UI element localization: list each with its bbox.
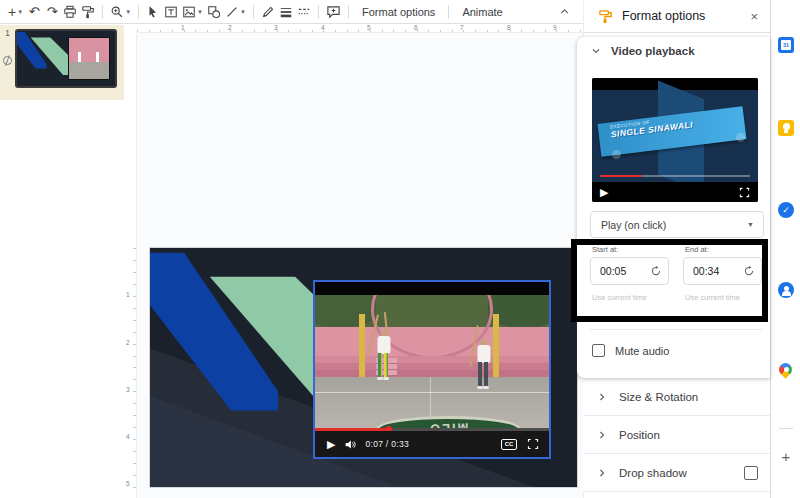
add-comment-button[interactable] (324, 2, 343, 22)
maps-icon[interactable] (778, 362, 794, 378)
preview-play-button[interactable]: ▶ (600, 186, 608, 199)
border-color-button[interactable] (259, 2, 277, 22)
panel-title: Format options (622, 9, 705, 23)
video-controls-bar: ▶ 0:07 / 0:33 CC (315, 431, 549, 457)
fullscreen-button[interactable] (527, 438, 539, 450)
select-tool-button[interactable] (144, 2, 162, 22)
slide-editor[interactable]: MILO ▶ 0:0 (150, 248, 577, 487)
video-title-bar (315, 282, 549, 295)
animate-toolbar-button[interactable]: Animate (454, 6, 510, 18)
paint-format-button[interactable] (79, 2, 97, 22)
text-box-icon (164, 5, 178, 19)
mute-audio-row: Mute audio (592, 344, 669, 357)
keep-icon[interactable] (778, 120, 794, 136)
chevron-right-icon (596, 391, 608, 403)
new-slide-button[interactable]: +▼ (6, 2, 25, 22)
border-weight-button[interactable] (277, 2, 295, 22)
border-dash-icon (297, 5, 311, 19)
border-dash-button[interactable] (295, 2, 313, 22)
start-at-input[interactable] (600, 265, 642, 277)
slide-number: 1 (5, 28, 10, 38)
person-right (476, 339, 491, 387)
section-drop-shadow[interactable]: Drop shadow (583, 454, 770, 492)
slide-thumbnail[interactable] (15, 29, 117, 88)
section-label: Position (619, 429, 660, 441)
new-slide-caret-icon[interactable]: ▼ (17, 9, 23, 15)
end-at-label: End at: (685, 245, 709, 254)
text-box-button[interactable] (162, 2, 180, 22)
redo-button[interactable]: ↷ (43, 2, 61, 22)
start-reset-button[interactable] (650, 265, 662, 277)
panel-header: Format options × (584, 0, 770, 33)
embedded-video-player[interactable]: MILO ▶ 0:0 (313, 280, 551, 459)
format-options-toolbar-button[interactable]: Format options (354, 6, 443, 18)
video-playback-section-header[interactable]: Video playback (590, 45, 695, 57)
end-use-current-time-link[interactable]: Use current time (685, 293, 740, 302)
fullscreen-icon (527, 438, 539, 450)
section-position[interactable]: Position (583, 416, 770, 454)
mute-audio-label: Mute audio (615, 345, 669, 357)
print-icon (63, 5, 77, 19)
tasks-icon[interactable]: ✓ (778, 202, 794, 218)
close-panel-button[interactable]: × (750, 9, 758, 24)
insert-shape-button[interactable] (205, 2, 223, 22)
section-size-rotation[interactable]: Size & Rotation (583, 378, 770, 416)
toolbar-separator (348, 5, 349, 19)
section-label: Size & Rotation (619, 391, 698, 403)
google-slides-window: +▼ ↶ ↷ ▼ ▼ ▼ (0, 0, 800, 498)
slide-filmstrip: 1 (0, 24, 124, 498)
drop-shadow-checkbox[interactable] (744, 466, 758, 480)
preview-fullscreen-button[interactable] (739, 187, 750, 198)
image-icon (182, 5, 196, 19)
video-preview-player[interactable]: EXECUTION OF SINGLE SINAWALI ▶ (592, 78, 758, 202)
image-caret-icon[interactable]: ▼ (197, 9, 203, 15)
paint-format-icon (81, 5, 95, 19)
thumb-video (68, 37, 110, 80)
zoom-caret-icon[interactable]: ▼ (125, 9, 131, 15)
start-use-current-time-link[interactable]: Use current time (592, 293, 647, 302)
end-at-field (683, 257, 762, 285)
preview-progress-bar[interactable] (600, 175, 749, 178)
volume-icon[interactable] (344, 438, 357, 451)
refresh-icon (743, 265, 755, 277)
paint-format-panel-icon (598, 9, 613, 24)
chevron-up-icon (558, 5, 571, 18)
divider (590, 329, 762, 330)
main-toolbar: +▼ ↶ ↷ ▼ ▼ ▼ (0, 0, 583, 24)
border-weight-icon (279, 5, 293, 19)
line-caret-icon[interactable]: ▼ (240, 9, 246, 15)
insert-line-button[interactable]: ▼ (223, 2, 248, 22)
play-button[interactable]: ▶ (327, 438, 335, 451)
dropdown-caret-icon: ▼ (747, 221, 754, 228)
toolbar-separator (253, 5, 254, 19)
start-at-field (590, 257, 669, 285)
closed-captions-button[interactable]: CC (501, 439, 517, 450)
vertical-ruler: 12 34 5 (124, 33, 137, 498)
line-icon (225, 5, 239, 19)
print-button[interactable] (61, 2, 79, 22)
insert-image-button[interactable]: ▼ (180, 2, 205, 22)
mute-audio-checkbox[interactable] (592, 344, 605, 357)
end-reset-button[interactable] (743, 265, 755, 277)
court-logo: MILO (376, 416, 521, 428)
shape-icon (207, 5, 221, 19)
google-apps-sidebar: 31 ✓ + (770, 0, 800, 498)
refresh-icon (650, 265, 662, 277)
toolbar-separator (102, 5, 103, 19)
person-left (376, 330, 392, 382)
play-mode-dropdown[interactable]: Play (on click) ▼ (590, 211, 764, 238)
comment-icon (326, 4, 341, 19)
zoom-button[interactable]: ▼ (108, 2, 133, 22)
calendar-icon[interactable]: 31 (778, 37, 794, 53)
fullscreen-icon (739, 187, 750, 198)
zoom-icon (110, 5, 124, 19)
contacts-icon[interactable] (778, 282, 794, 298)
add-addon-button[interactable]: + (778, 448, 794, 464)
sidebar-divider (779, 428, 793, 429)
undo-button[interactable]: ↶ (25, 2, 43, 22)
end-at-input[interactable] (693, 265, 735, 277)
hide-menus-button[interactable] (555, 2, 573, 22)
toolbar-separator (448, 5, 449, 19)
horizontal-ruler: 12 34 56 78 9 (137, 24, 583, 33)
video-playback-label: Video playback (611, 45, 695, 57)
